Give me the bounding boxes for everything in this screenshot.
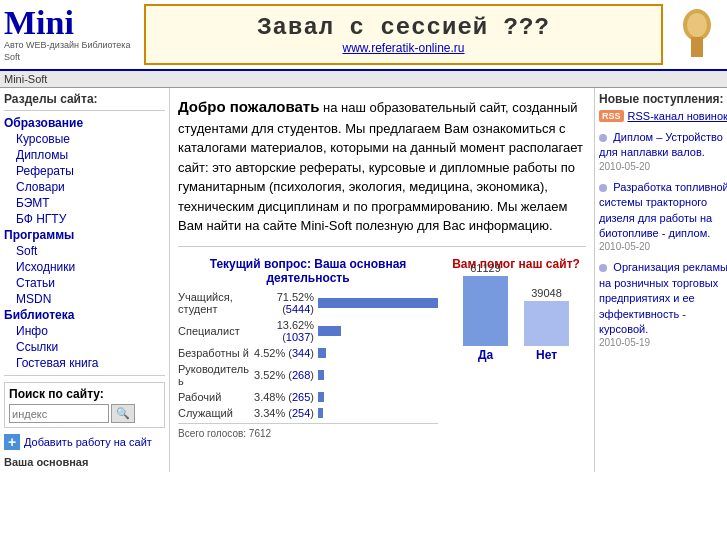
add-work-label[interactable]: Добавить работу на сайт: [24, 436, 152, 448]
poll-count-link-4[interactable]: 265: [292, 391, 310, 403]
poll-bar-0: [318, 298, 438, 308]
arrival-link-0[interactable]: Диплом – Устройство для наплавки валов.: [599, 131, 723, 158]
poll-row-4: Рабочий 3.48% (265): [178, 391, 438, 403]
poll-section: Текущий вопрос: Ваша основная деятельнос…: [178, 257, 586, 439]
arrival-item-2: Организация рекламы на розничных торговы…: [599, 260, 727, 348]
sidebar-divider-1: [4, 110, 165, 111]
sidebar-footer: Ваша основная: [4, 456, 165, 468]
sidebar-item-referats[interactable]: Рефераты: [4, 163, 165, 179]
arrival-circle-2: [599, 264, 607, 272]
sidebar-item-education[interactable]: Образование: [4, 115, 165, 131]
sidebar-item-courses[interactable]: Курсовые: [4, 131, 165, 147]
poll-bar-1: [318, 326, 438, 336]
search-input[interactable]: [9, 404, 109, 423]
sidebar-divider-2: [4, 375, 165, 376]
poll-label-5: Служащий: [178, 407, 253, 419]
sidebar-item-dictionaries[interactable]: Словари: [4, 179, 165, 195]
banner-url: www.referatik-online.ru: [342, 41, 464, 55]
poll-bar-2: [318, 348, 438, 358]
poll-bar-3: [318, 370, 438, 380]
banner[interactable]: Завал с сессией ??? www.referatik-online…: [144, 4, 663, 65]
search-button[interactable]: 🔍: [111, 404, 135, 423]
arrival-date-2: 2010-05-19: [599, 337, 727, 348]
poll-row-2: Безработны й 4.52% (344): [178, 347, 438, 359]
sidebar-item-bemt[interactable]: БЭМТ: [4, 195, 165, 211]
poll-row-3: Руководитель ь 3.52% (268): [178, 363, 438, 387]
poll-pct-3: 3.52% (268): [253, 369, 318, 381]
poll-pct-5: 3.34% (254): [253, 407, 318, 419]
welcome-bold: Добро пожаловать: [178, 98, 319, 115]
poll-row-0: Учащийся, студент 71.52% (5444): [178, 291, 438, 315]
welcome-text: Добро пожаловать на наш образовательный …: [178, 96, 586, 247]
chart-yes-bar: [463, 276, 508, 346]
arrival-item-0: Диплом – Устройство для наплавки валов. …: [599, 130, 727, 172]
chart-area: 61129 Да 39048 Нет: [446, 277, 586, 362]
logo: Mini Авто WEB-дизайн Библиотека Soft: [0, 2, 140, 67]
tab-bar: Mini-Soft: [0, 71, 727, 88]
poll-title: Текущий вопрос: Ваша основная деятельнос…: [178, 257, 438, 285]
rss-link[interactable]: RSS-канал новинок: [628, 110, 727, 122]
poll-left: Текущий вопрос: Ваша основная деятельнос…: [178, 257, 438, 439]
poll-count-link-2[interactable]: 344: [292, 347, 310, 359]
chart-no-wrap: 39048 Нет: [524, 287, 569, 362]
arrival-link-1[interactable]: Разработка топливной системы тракторного…: [599, 181, 727, 239]
poll-title-suffix: деятельность: [266, 271, 349, 285]
arrival-link-2[interactable]: Организация рекламы на розничных торговы…: [599, 261, 727, 335]
arrival-circle-1: [599, 184, 607, 192]
poll-pct-4: 3.48% (265): [253, 391, 318, 403]
poll-bar-5: [318, 408, 438, 418]
arrival-date-0: 2010-05-20: [599, 161, 727, 172]
poll-row-1: Специалист 13.62% (1037): [178, 319, 438, 343]
search-box: Поиск по сайту: 🔍: [4, 382, 165, 428]
poll-pct-0: 71.52% (5444): [253, 291, 318, 315]
poll-pct-1: 13.62% (1037): [253, 319, 318, 343]
sidebar-item-sources[interactable]: Исходники: [4, 259, 165, 275]
sidebar-item-bfngtu[interactable]: БФ НГТУ: [4, 211, 165, 227]
banner-title: Завал с сессией ???: [257, 14, 550, 41]
add-work[interactable]: + Добавить работу на сайт: [4, 434, 165, 450]
chart-yes-label[interactable]: Да: [478, 348, 493, 362]
rss-icon: RSS: [599, 110, 624, 122]
poll-count-link-3[interactable]: 268: [292, 369, 310, 381]
right-panel: Новые поступления: RSS RSS-канал новинок…: [594, 88, 727, 472]
chart-no-bar: [524, 301, 569, 346]
sidebar-item-info[interactable]: Инфо: [4, 323, 165, 339]
logo-subtitle: Авто WEB-дизайн Библиотека Soft: [4, 40, 136, 63]
chart-no-value: 39048: [531, 287, 562, 299]
svg-rect-1: [691, 37, 703, 57]
sidebar-item-library[interactable]: Библиотека: [4, 307, 165, 323]
main-layout: Разделы сайта: Образование Курсовые Дипл…: [0, 88, 727, 472]
chart-no-label[interactable]: Нет: [536, 348, 557, 362]
poll-label-2: Безработны й: [178, 347, 253, 359]
arrival-item-1: Разработка топливной системы тракторного…: [599, 180, 727, 253]
poll-label-3: Руководитель ь: [178, 363, 253, 387]
sidebar-item-articles[interactable]: Статьи: [4, 275, 165, 291]
poll-count-link-1[interactable]: 1037: [286, 331, 310, 343]
rss-row: RSS RSS-канал новинок: [599, 110, 727, 122]
content: Добро пожаловать на наш образовательный …: [170, 88, 594, 472]
sidebar-item-soft[interactable]: Soft: [4, 243, 165, 259]
logo-title: Mini: [4, 6, 136, 40]
add-work-icon: +: [4, 434, 20, 450]
poll-bar-4: [318, 392, 438, 402]
arrival-circle-0: [599, 134, 607, 142]
sidebar-title: Разделы сайта:: [4, 92, 165, 106]
poll-label-4: Рабочий: [178, 391, 253, 403]
poll-title-prefix: Текущий вопрос: Ваша основная: [210, 257, 407, 271]
svg-point-2: [687, 13, 707, 37]
poll-label-0: Учащийся, студент: [178, 291, 253, 315]
tab-label: Mini-Soft: [4, 73, 47, 85]
poll-pct-2: 4.52% (344): [253, 347, 318, 359]
new-arrivals-title: Новые поступления:: [599, 92, 727, 106]
sidebar-item-links[interactable]: Ссылки: [4, 339, 165, 355]
sidebar-item-diplomas[interactable]: Дипломы: [4, 147, 165, 163]
sidebar-item-programs[interactable]: Программы: [4, 227, 165, 243]
sidebar-item-guestbook[interactable]: Гостевая книга: [4, 355, 165, 371]
poll-right: Вам помог наш сайт? 61129 Да 39048 Нет: [446, 257, 586, 439]
poll-count-link-0[interactable]: 5444: [286, 303, 310, 315]
poll-count-link-5[interactable]: 254: [292, 407, 310, 419]
arrival-date-1: 2010-05-20: [599, 241, 727, 252]
sidebar-item-msdn[interactable]: MSDN: [4, 291, 165, 307]
sidebar: Разделы сайта: Образование Курсовые Дипл…: [0, 88, 170, 472]
banner-image: [667, 3, 727, 66]
